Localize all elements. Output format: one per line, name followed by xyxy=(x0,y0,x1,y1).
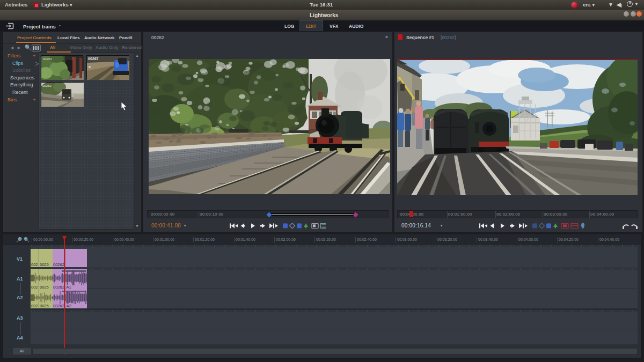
svg-text:00263: 00263 xyxy=(43,57,52,61)
svg-text:00267: 00267 xyxy=(88,57,99,61)
svg-text:00262: 00262 xyxy=(42,84,52,87)
